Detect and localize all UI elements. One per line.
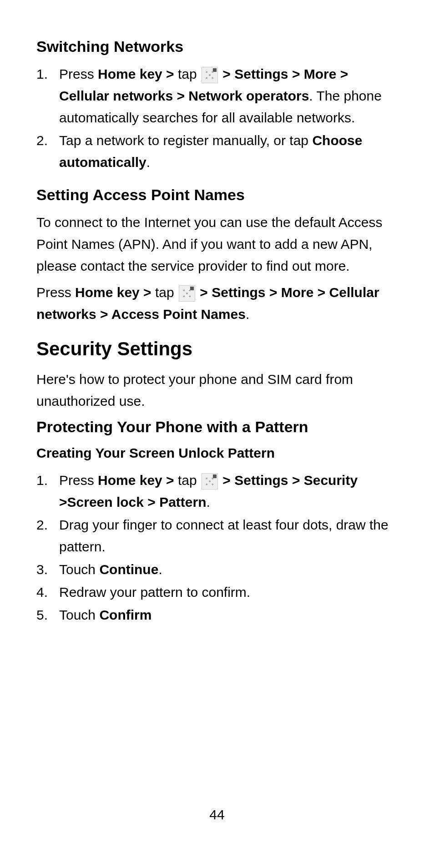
text: Press	[59, 66, 98, 81]
text-bold: Home key >	[98, 66, 178, 81]
text: .	[158, 562, 162, 577]
text-bold: Confirm	[99, 607, 151, 622]
text: Touch	[59, 607, 99, 622]
text-bold: Home key >	[75, 285, 155, 300]
list-item: 4. Redraw your pattern to confirm.	[36, 581, 398, 603]
step-number: 1.	[36, 63, 59, 129]
text: .	[146, 155, 150, 170]
list-item: 5. Touch Confirm	[36, 604, 398, 626]
text: .	[246, 307, 249, 322]
step-content: Press Home key > tap > Settings > More >…	[59, 63, 398, 129]
paragraph-apn-intro: To connect to the Internet you can use t…	[36, 212, 398, 277]
text: tap	[178, 473, 201, 488]
text: Press	[36, 285, 75, 300]
steps-switching-networks: 1. Press Home key > tap > Settings > Mor…	[36, 63, 398, 173]
text: tap	[155, 285, 178, 300]
heading-create-pattern: Creating Your Screen Unlock Pattern	[36, 444, 398, 463]
page-number: 44	[0, 807, 434, 823]
step-content: Drag your finger to connect at least fou…	[59, 514, 398, 558]
step-content: Tap a network to register manually, or t…	[59, 130, 398, 173]
apps-icon	[179, 285, 195, 302]
apps-icon	[202, 473, 218, 490]
step-content: Redraw your pattern to confirm.	[59, 581, 398, 603]
apps-icon	[202, 67, 218, 83]
text: tap	[178, 66, 201, 81]
heading-pattern-protect: Protecting Your Phone with a Pattern	[36, 417, 398, 437]
text: Touch	[59, 562, 99, 577]
list-item: 1. Press Home key > tap > Settings > Sec…	[36, 469, 398, 513]
heading-apn: Setting Access Point Names	[36, 185, 398, 205]
text-bold: Continue	[99, 562, 158, 577]
paragraph-apn-path: Press Home key > tap > Settings > More >…	[36, 282, 398, 325]
steps-create-pattern: 1. Press Home key > tap > Settings > Sec…	[36, 469, 398, 626]
list-item: 3. Touch Continue.	[36, 559, 398, 580]
list-item: 2. Tap a network to register manually, o…	[36, 130, 398, 173]
text: Press	[59, 473, 98, 488]
heading-switching-networks: Switching Networks	[36, 36, 398, 56]
step-number: 5.	[36, 604, 59, 626]
paragraph-security-intro: Here's how to protect your phone and SIM…	[36, 368, 398, 412]
step-number: 1.	[36, 469, 59, 513]
step-content: Touch Confirm	[59, 604, 398, 626]
step-content: Press Home key > tap > Settings > Securi…	[59, 469, 398, 513]
text: .	[207, 495, 210, 510]
step-number: 4.	[36, 581, 59, 603]
text: Tap a network to register manually, or t…	[59, 133, 312, 148]
step-content: Touch Continue.	[59, 559, 398, 580]
step-number: 3.	[36, 559, 59, 580]
list-item: 2. Drag your finger to connect at least …	[36, 514, 398, 558]
text-bold: Home key >	[98, 473, 178, 488]
list-item: 1. Press Home key > tap > Settings > Mor…	[36, 63, 398, 129]
step-number: 2.	[36, 514, 59, 558]
heading-security-settings: Security Settings	[36, 337, 398, 362]
step-number: 2.	[36, 130, 59, 173]
